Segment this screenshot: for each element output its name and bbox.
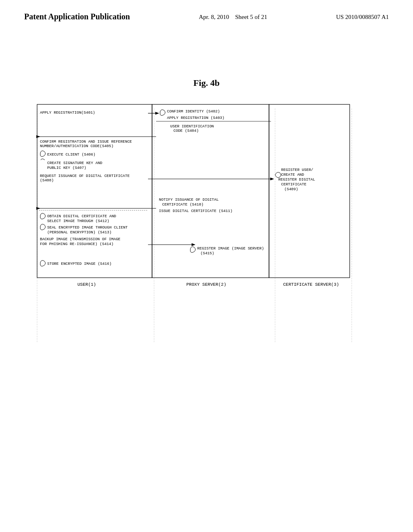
svg-text:REGISTER DIGITAL: REGISTER DIGITAL xyxy=(278,177,315,182)
svg-text:SEAL ENCRYPTED IMAGE THROUGH C: SEAL ENCRYPTED IMAGE THROUGH CLIENT xyxy=(47,225,128,230)
svg-text:CERTIFICATE SERVER(3): CERTIFICATE SERVER(3) xyxy=(283,282,339,287)
svg-text:SELECT IMAGE THROUGH (S412): SELECT IMAGE THROUGH (S412) xyxy=(47,219,109,223)
svg-text:(S415): (S415) xyxy=(200,251,214,256)
svg-text:REGISTER IMAGE (IMAGE SERVER): REGISTER IMAGE (IMAGE SERVER) xyxy=(197,246,264,251)
svg-text:EXECUTE CLIENT (S406): EXECUTE CLIENT (S406) xyxy=(47,152,96,157)
page-header: Patent Application Publication Apr. 8, 2… xyxy=(0,0,413,25)
svg-text:(PERSONAL ENCRYPTION) (S413): (PERSONAL ENCRYPTION) (S413) xyxy=(47,230,112,235)
svg-text:USER IDENTIFICATION: USER IDENTIFICATION xyxy=(170,124,214,129)
svg-text:OBTAIN DIGITAL CERTIFICATE AND: OBTAIN DIGITAL CERTIFICATE AND xyxy=(47,214,116,218)
svg-text:CERTIFICATE (S410): CERTIFICATE (S410) xyxy=(162,202,204,207)
svg-text:CONFIRM IDENTITY (S402): CONFIRM IDENTITY (S402) xyxy=(167,109,220,114)
svg-text:(S408): (S408) xyxy=(40,178,54,183)
svg-text:(S409): (S409) xyxy=(284,187,298,191)
patent-number: US 2010/0088507 A1 xyxy=(336,12,389,21)
svg-text:CERTIFICATE: CERTIFICATE xyxy=(281,182,307,187)
svg-text:APPLY REGISTRATION(S401): APPLY REGISTRATION(S401) xyxy=(40,110,95,115)
svg-text:CREATE AND: CREATE AND xyxy=(281,172,304,177)
svg-text:FOR PHISHING RE-ISSUANCE) (S41: FOR PHISHING RE-ISSUANCE) (S414) xyxy=(40,242,113,246)
svg-text:NOTIFY ISSUANCE OF DIGITAL: NOTIFY ISSUANCE OF DIGITAL xyxy=(159,197,219,202)
svg-text:BACKUP IMAGE (TRANSMISSION OF : BACKUP IMAGE (TRANSMISSION OF IMAGE xyxy=(40,237,121,241)
svg-rect-48 xyxy=(37,104,152,278)
svg-text:USER(1): USER(1) xyxy=(77,282,96,287)
svg-text:ISSUE DIGITAL CERTIFICATE (S41: ISSUE DIGITAL CERTIFICATE (S411) xyxy=(159,209,232,213)
flowchart: APPLY REGISTRATION(S401) CONFIRM IDENTIT… xyxy=(33,100,380,360)
svg-text:STORE ENCRYPTED IMAGE (S416): STORE ENCRYPTED IMAGE (S416) xyxy=(47,262,112,266)
svg-text:NUMBER/AUTHENTICATION CODE(S40: NUMBER/AUTHENTICATION CODE(S405) xyxy=(40,144,113,148)
svg-text:APPLY REGISTRATION (S403): APPLY REGISTRATION (S403) xyxy=(167,116,225,120)
publication-date: Apr. 8, 2010 Sheet 5 of 21 xyxy=(199,12,267,21)
figure-title: Fig. 4b xyxy=(0,78,413,88)
flowchart-diagram: APPLY REGISTRATION(S401) CONFIRM IDENTIT… xyxy=(33,100,380,360)
svg-text:REQUEST ISSUANCE OF DIGITAL CE: REQUEST ISSUANCE OF DIGITAL CERTIFICATE xyxy=(40,174,130,178)
svg-text:CONFIRM REGISTRATION AND ISSUE: CONFIRM REGISTRATION AND ISSUE REFERENCE xyxy=(40,139,132,144)
svg-text:REGISTER USER/: REGISTER USER/ xyxy=(281,168,313,172)
svg-text:PROXY SERVER(2): PROXY SERVER(2) xyxy=(186,282,226,287)
svg-text:PUBLIC KEY (S407): PUBLIC KEY (S407) xyxy=(47,166,86,170)
svg-text:CODE (S404): CODE (S404) xyxy=(173,129,199,133)
svg-text:CREATE SIGNATURE KEY AND: CREATE SIGNATURE KEY AND xyxy=(47,161,102,165)
publication-title: Patent Application Publication xyxy=(24,12,130,21)
